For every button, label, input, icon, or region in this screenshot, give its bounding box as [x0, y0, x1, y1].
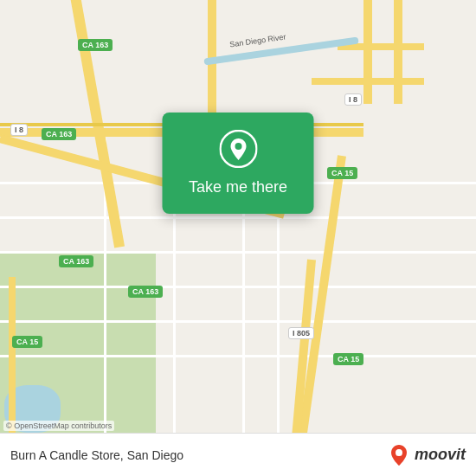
moovit-logo: moovit [387, 443, 466, 467]
street-h3 [0, 251, 476, 254]
svg-point-1 [235, 143, 241, 150]
label-ca163-2: CA 163 [42, 128, 76, 140]
moovit-pin-icon [387, 443, 411, 467]
popup-card[interactable]: Take me there [163, 113, 314, 214]
label-ca163-1: CA 163 [78, 39, 113, 51]
take-me-there-label: Take me there [189, 178, 287, 196]
label-i805: I 805 [288, 327, 314, 339]
take-me-there-popup[interactable]: Take me there [163, 113, 314, 214]
location-text: Burn A Candle Store, San Diego [10, 448, 183, 462]
label-i18-1: I 8 [10, 124, 28, 136]
street-h2 [0, 216, 476, 219]
road-top-right-1 [363, 0, 372, 104]
osm-attribution: © OpenStreetMap contributors [3, 421, 114, 431]
street-h4 [0, 286, 476, 288]
svg-point-3 [397, 449, 401, 453]
label-ca15-2: CA 15 [12, 336, 42, 348]
moovit-text: moovit [415, 446, 466, 464]
location-pin-icon [219, 130, 257, 168]
label-ca163-3: CA 163 [59, 255, 93, 267]
road-top-right-2 [394, 0, 402, 104]
label-ca15-1: CA 15 [327, 167, 357, 179]
road-top-right-h2 [312, 78, 424, 85]
label-i18-2: I 8 [344, 93, 362, 106]
label-ca163-4: CA 163 [128, 286, 163, 298]
label-ca15-3: CA 15 [333, 353, 363, 365]
street-h6 [0, 355, 476, 357]
map-container: CA 163 CA 163 CA 163 CA 163 I 8 I 8 CA 1… [0, 0, 476, 476]
street-h5 [0, 320, 476, 323]
info-bar: Burn A Candle Store, San Diego moovit [0, 433, 476, 476]
